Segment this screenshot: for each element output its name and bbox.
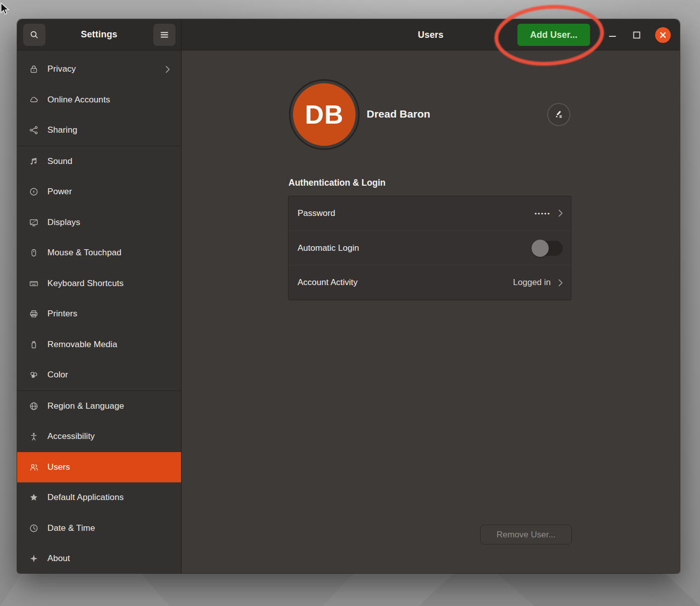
chevron-right-icon: [558, 209, 563, 217]
sidebar-item-accessibility[interactable]: Accessibility: [17, 421, 181, 452]
auth-section-heading: Authentication & Login: [288, 178, 385, 188]
page-title: Users: [418, 29, 443, 40]
sidebar-item-label: Printers: [47, 309, 77, 319]
sidebar-item-removable-media[interactable]: Removable Media: [17, 329, 181, 360]
display-icon: [29, 217, 39, 228]
edit-user-button[interactable]: [547, 103, 570, 126]
chevron-right-icon: [165, 66, 170, 73]
sidebar-item-label: About: [47, 554, 70, 564]
titlebar: Settings Users Add User...: [17, 19, 680, 50]
auth-settings-list: Password ••••• Automatic Login: [288, 196, 571, 300]
automatic-login-label: Automatic Login: [298, 243, 359, 253]
toggle-knob: [532, 240, 549, 257]
sidebar-item-label: Sound: [47, 156, 73, 167]
account-activity-label: Account Activity: [298, 278, 358, 288]
usb-drive-icon: [29, 340, 39, 350]
sidebar-item-keyboard-shortcuts[interactable]: Keyboard Shortcuts: [17, 268, 181, 299]
printer-icon: [29, 309, 39, 319]
search-icon: [29, 29, 40, 40]
settings-title: Settings: [81, 29, 118, 40]
hamburger-icon: [159, 30, 169, 40]
maximize-icon: [633, 31, 640, 39]
close-icon: [659, 31, 667, 39]
remove-user-button[interactable]: Remove User...: [480, 525, 572, 544]
sidebar-item-displays[interactable]: Displays: [17, 207, 181, 238]
password-row[interactable]: Password •••••: [288, 196, 571, 231]
sidebar-item-about[interactable]: About: [17, 543, 181, 573]
lock-icon: [29, 64, 39, 74]
main-header: Users Add User...: [182, 19, 680, 50]
sidebar-item-label: Default Applications: [47, 492, 124, 503]
sidebar-item-users[interactable]: Users: [17, 452, 181, 483]
power-bolt-icon: [29, 187, 39, 197]
sidebar-item-date-time[interactable]: Date & Time: [17, 513, 181, 544]
sidebar-item-online-accounts[interactable]: Online Accounts: [17, 85, 181, 116]
avatar: DB: [289, 79, 360, 150]
add-user-button[interactable]: Add User...: [517, 24, 590, 46]
avatar-initials: DB: [293, 83, 356, 146]
sidebar-item-default-applications[interactable]: Default Applications: [17, 482, 181, 513]
sparkle-icon: [29, 554, 39, 564]
sidebar-item-label: Region & Language: [47, 401, 124, 411]
color-circles-icon: [29, 370, 39, 380]
mouse-cursor: [0, 3, 12, 17]
sidebar-item-label: Date & Time: [47, 523, 95, 533]
header-controls: Add User...: [517, 19, 671, 50]
cloud-icon: [29, 95, 39, 105]
users-icon: [29, 462, 39, 472]
settings-window: Settings Users Add User...: [17, 19, 680, 573]
window-body: Privacy Online Accounts: [17, 50, 680, 573]
accessibility-icon: [29, 431, 39, 442]
sidebar-item-label: Online Accounts: [47, 95, 110, 105]
chevron-right-icon: [558, 279, 563, 287]
search-button[interactable]: [23, 24, 45, 46]
users-panel: DB Dread Baron Authentication & Login: [182, 50, 680, 573]
account-activity-value: Logged in: [513, 278, 551, 288]
sidebar: Privacy Online Accounts: [17, 50, 182, 573]
maximize-button[interactable]: [633, 31, 640, 39]
automatic-login-row: Automatic Login: [288, 231, 571, 265]
minimize-button[interactable]: [609, 32, 616, 37]
sidebar-item-sharing[interactable]: Sharing: [17, 115, 181, 146]
sidebar-item-sound[interactable]: Sound: [17, 146, 181, 177]
star-icon: [29, 492, 39, 503]
sidebar-item-label: Users: [47, 462, 70, 472]
sidebar-item-label: Removable Media: [47, 340, 118, 350]
keyboard-icon: [29, 279, 39, 289]
pencil-icon: [553, 109, 564, 120]
sidebar-item-label: Sharing: [47, 125, 77, 135]
password-dots: •••••: [535, 210, 551, 216]
automatic-login-toggle[interactable]: [533, 241, 563, 256]
sidebar-item-printers[interactable]: Printers: [17, 299, 181, 329]
menu-button[interactable]: [153, 24, 176, 46]
mouse-icon: [29, 248, 39, 258]
sidebar-item-label: Keyboard Shortcuts: [47, 279, 124, 289]
password-label: Password: [298, 208, 335, 218]
user-full-name: Dread Baron: [367, 108, 430, 120]
sidebar-item-privacy[interactable]: Privacy: [17, 54, 181, 85]
sidebar-item-mouse-touchpad[interactable]: Mouse & Touchpad: [17, 238, 181, 268]
music-note-icon: [29, 156, 39, 167]
share-icon: [29, 125, 39, 135]
minimize-icon: [609, 32, 616, 37]
sidebar-item-label: Color: [47, 370, 68, 380]
sidebar-item-region-language[interactable]: Region & Language: [17, 391, 181, 422]
sidebar-item-label: Mouse & Touchpad: [47, 248, 122, 258]
sidebar-header: Settings: [17, 19, 182, 50]
desktop-background: Settings Users Add User...: [0, 0, 700, 606]
sidebar-item-color[interactable]: Color: [17, 360, 181, 391]
close-button[interactable]: [655, 27, 671, 43]
sidebar-item-power[interactable]: Power: [17, 177, 181, 207]
account-activity-row[interactable]: Account Activity Logged in: [288, 265, 571, 300]
clock-icon: [29, 523, 39, 533]
sidebar-item-label: Privacy: [47, 64, 76, 74]
sidebar-item-label: Power: [47, 187, 72, 197]
sidebar-item-label: Accessibility: [47, 431, 95, 442]
sidebar-item-label: Displays: [47, 217, 80, 228]
globe-icon: [29, 401, 39, 411]
